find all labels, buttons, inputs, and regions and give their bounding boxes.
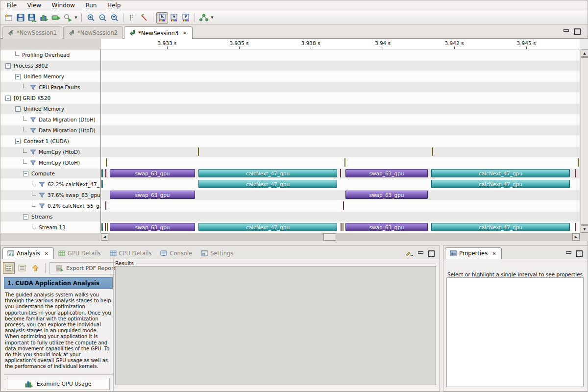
tab-analysis[interactable]: Analysis ✕: [2, 247, 54, 259]
collapse-toggle-icon[interactable]: [15, 74, 21, 79]
timeline-marker[interactable]: [341, 223, 342, 231]
tab-newsession2[interactable]: *NewSession2: [63, 26, 123, 39]
timeline-row-37-6-swap-63-gpu[interactable]: 37.6% swap_63_gpu: [0, 190, 100, 200]
zoom-out-button[interactable]: [97, 12, 108, 24]
timeline-track[interactable]: [101, 200, 580, 211]
guided-analysis-icon[interactable]: [3, 262, 15, 274]
timeline-row-data-migration-htod[interactable]: Data Migration (HtoD): [0, 125, 100, 136]
timeline-track[interactable]: [101, 157, 580, 168]
timeline-marker[interactable]: [106, 158, 107, 167]
filter-icon[interactable]: [30, 117, 36, 122]
timeline-row-62-2-calcnext-47[interactable]: 62.2% calcNext_47_...: [0, 179, 100, 190]
save-all-button[interactable]: [26, 12, 38, 24]
tree-dropdown-caret[interactable]: ▼: [210, 12, 215, 24]
timeline-marker[interactable]: [105, 223, 106, 231]
timeline-interval[interactable]: calcNext_47_gpu: [431, 169, 570, 177]
collapse-toggle-icon[interactable]: [5, 96, 11, 101]
timeline-marker[interactable]: [578, 158, 579, 167]
scroll-right-icon[interactable]: ▶: [572, 233, 580, 241]
timeline-marker[interactable]: [198, 147, 199, 156]
timeline-interval[interactable]: calcNext_47_gpu: [198, 223, 337, 231]
timeline-interval[interactable]: swap_63_gpu: [110, 223, 195, 231]
filter-icon[interactable]: [30, 85, 36, 90]
profile-dropdown-caret[interactable]: ▼: [74, 12, 78, 24]
filter-icon[interactable]: [30, 160, 36, 166]
filter-icon[interactable]: [30, 149, 36, 155]
timeline-track[interactable]: [101, 114, 580, 125]
timeline-interval[interactable]: [101, 223, 103, 231]
timeline-interval[interactable]: swap_63_gpu: [345, 169, 428, 177]
timeline-row-profiling-overhead[interactable]: Profiling Overhead: [0, 49, 100, 60]
collapse-toggle-icon[interactable]: [5, 63, 11, 69]
timeline-row-0-2-calcnext-55-g[interactable]: 0.2% calcNext_55_g...: [0, 200, 100, 211]
timeline-marker[interactable]: [105, 169, 106, 177]
profile-application-button[interactable]: [62, 12, 74, 24]
close-tab-icon[interactable]: ✕: [491, 251, 496, 256]
timeline-track[interactable]: swap_63_gpuswap_63_gpu: [101, 190, 580, 200]
timeline-track[interactable]: [101, 71, 580, 82]
collapse-toggle-icon[interactable]: [23, 214, 28, 220]
minimize-icon[interactable]: [417, 250, 424, 256]
tab-newsession3[interactable]: *NewSession3 ✕: [124, 26, 193, 39]
save-session-button[interactable]: [15, 12, 26, 24]
timeline-marker[interactable]: [344, 158, 345, 167]
timeline-interval[interactable]: swap_63_gpu: [110, 191, 195, 199]
timeline-row-memcpy-htod[interactable]: MemCpy (HtoD): [0, 147, 100, 157]
timeline-interval[interactable]: swap_63_gpu: [110, 169, 195, 177]
timeline-marker[interactable]: [432, 147, 433, 156]
minimize-icon[interactable]: [563, 28, 569, 34]
timeline-track[interactable]: [101, 103, 580, 114]
scroll-down-icon[interactable]: ▼: [581, 225, 588, 233]
vertical-scrollbar[interactable]: ▲ ▼: [580, 49, 588, 233]
horizontal-scroll-thumb[interactable]: [323, 233, 336, 241]
run-application-button[interactable]: [50, 12, 62, 24]
timeline-row-memcpy-dtoh[interactable]: MemCpy (DtoH): [0, 157, 100, 168]
timeline-track[interactable]: swap_63_gpucalcNext_47_gpuswap_63_gpucal…: [101, 168, 580, 179]
maximize-icon[interactable]: [576, 250, 583, 256]
tab-newsession1[interactable]: *NewSession1: [2, 26, 62, 39]
filter-icon[interactable]: [39, 182, 45, 187]
view-menu-icon[interactable]: [405, 250, 413, 256]
zoom-in-button[interactable]: [85, 12, 97, 24]
menu-help[interactable]: Help: [103, 0, 125, 11]
scroll-left-icon[interactable]: ◀: [101, 233, 108, 241]
timeline-marker[interactable]: [105, 201, 106, 210]
timeline-interval[interactable]: [101, 180, 103, 188]
panel-sash[interactable]: [0, 241, 588, 245]
timeline-row-streams[interactable]: Streams: [0, 211, 100, 222]
tab-properties[interactable]: Properties ✕: [445, 247, 502, 259]
filter-icon[interactable]: [30, 128, 36, 133]
timeline-track[interactable]: [101, 60, 580, 71]
timeline-marker[interactable]: [575, 169, 576, 177]
timeline-track[interactable]: [101, 147, 580, 157]
marker-reset-button[interactable]: [138, 12, 150, 24]
timeline-row-0-grid-k520[interactable]: [0] GRID K520: [0, 93, 100, 103]
zoom-fit-button[interactable]: [108, 12, 120, 24]
timeline-track[interactable]: calcNext_47_gpucalcNext_47_gpu: [101, 179, 580, 190]
timeline-marker[interactable]: [107, 223, 108, 231]
stream-coloring-button[interactable]: S: [168, 12, 180, 24]
scroll-up-icon[interactable]: ▲: [581, 49, 588, 57]
maximize-icon[interactable]: [428, 250, 435, 256]
filter-icon[interactable]: [39, 193, 45, 198]
minimize-icon[interactable]: [565, 250, 572, 256]
kernel-coloring-button[interactable]: K: [156, 12, 168, 24]
process-coloring-button[interactable]: P: [180, 12, 192, 24]
menu-file[interactable]: File: [2, 0, 21, 11]
timeline-interval[interactable]: calcNext_47_gpu: [431, 180, 570, 188]
timeline-interval[interactable]: calcNext_47_gpu: [198, 180, 337, 188]
timeline-interval[interactable]: [101, 169, 103, 177]
timeline-track[interactable]: [101, 93, 580, 103]
timeline-marker[interactable]: [575, 223, 576, 231]
menu-view[interactable]: View: [23, 0, 46, 11]
timeline-canvas[interactable]: swap_63_gpucalcNext_47_gpuswap_63_gpucal…: [101, 49, 580, 233]
timeline-row-compute[interactable]: Compute: [0, 168, 100, 179]
filter-icon[interactable]: [39, 203, 45, 209]
maximize-icon[interactable]: [574, 28, 581, 34]
timeline-row-context-1-cuda[interactable]: Context 1 (CUDA): [0, 136, 100, 147]
tab-gpu-details[interactable]: GPU Details: [54, 247, 105, 259]
timeline-row-process-3802[interactable]: Process 3802: [0, 60, 100, 71]
timeline-interval[interactable]: calcNext_47_gpu: [431, 223, 570, 231]
timeline-interval[interactable]: swap_63_gpu: [345, 191, 428, 199]
timeline-row-stream-13[interactable]: Stream 13: [0, 222, 100, 233]
